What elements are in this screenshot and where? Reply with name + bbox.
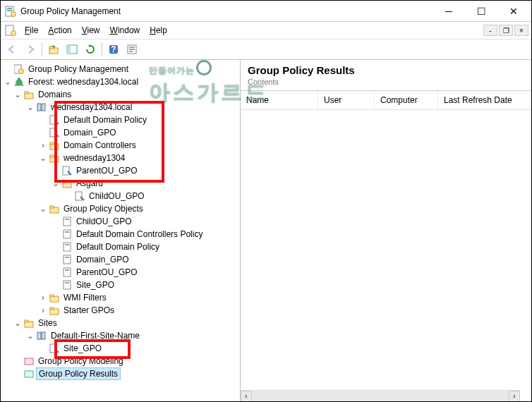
gpo-link-icon — [62, 166, 72, 176]
scroll-left-arrow[interactable]: ‹ — [241, 391, 252, 402]
modeling-icon — [24, 356, 34, 366]
gpo-icon — [62, 280, 72, 290]
gpo-icon — [62, 255, 72, 264]
tree-sites[interactable]: Sites — [2, 317, 238, 329]
svg-point-3 — [11, 11, 16, 16]
show-hide-tree-button[interactable] — [64, 41, 80, 58]
tree-gpo-site[interactable]: Site_GPO — [2, 279, 238, 291]
properties-button[interactable] — [123, 41, 140, 58]
col-user[interactable]: User — [318, 91, 375, 109]
folder-icon — [49, 293, 59, 303]
tree-gpo-domain[interactable]: Domain_GPO — [2, 253, 238, 266]
app-icon — [5, 6, 16, 17]
details-pane: Group Policy Results Contents Name User … — [241, 60, 531, 401]
svg-rect-53 — [42, 332, 45, 339]
tree-root[interactable]: Group Policy Management — [2, 63, 238, 75]
svg-rect-35 — [65, 219, 69, 220]
sites-icon — [24, 318, 34, 328]
gpo-icon — [62, 267, 72, 277]
svg-rect-38 — [64, 243, 71, 251]
tree-wmi-filters[interactable]: WMI Filters — [2, 291, 238, 304]
svg-rect-43 — [65, 269, 69, 271]
tree-domains[interactable]: Domains — [2, 88, 238, 101]
back-button[interactable] — [4, 41, 20, 58]
list-body[interactable]: ‹ › — [241, 110, 531, 401]
tree-default-site[interactable]: Default-First-Site-Name — [2, 329, 238, 342]
menu-action[interactable]: Action — [44, 24, 75, 37]
forward-button[interactable] — [22, 41, 39, 58]
svg-rect-28 — [63, 166, 69, 175]
menu-file[interactable]: File — [20, 24, 42, 37]
menu-view[interactable]: View — [78, 24, 104, 37]
svg-rect-15 — [129, 51, 133, 52]
svg-rect-21 — [42, 104, 45, 111]
minimize-button[interactable]: ─ — [433, 1, 465, 21]
svg-rect-30 — [63, 181, 66, 183]
gpo-link-icon — [75, 191, 85, 201]
mdi-close-button[interactable]: × — [514, 25, 528, 36]
tree-gpo-defdc[interactable]: Default Domain Controllers Policy — [2, 228, 238, 240]
maximize-button[interactable]: ☐ — [465, 1, 497, 21]
svg-point-17 — [19, 69, 24, 74]
tree-pane[interactable]: Group Policy Management Forest: wednesda… — [1, 60, 241, 401]
window-title: Group Policy Management — [20, 6, 433, 16]
tree-parentou-gpo-link[interactable]: ParentOU_GPO — [2, 164, 238, 177]
tree-gpo-container[interactable]: Group Policy Objects — [2, 202, 238, 215]
mdi-restore-button[interactable]: ❐ — [499, 25, 513, 36]
svg-rect-14 — [129, 49, 135, 50]
gpo-link-icon — [49, 115, 59, 125]
svg-rect-51 — [25, 320, 28, 322]
tree-gpo-defdom[interactable]: Default Domain Policy — [2, 240, 238, 253]
tree-results[interactable]: Group Policy Results — [2, 367, 238, 380]
scroll-track[interactable] — [252, 391, 509, 401]
forest-icon — [14, 77, 24, 87]
svg-rect-36 — [64, 230, 71, 238]
horizontal-scrollbar[interactable]: ‹ › — [241, 390, 520, 401]
svg-rect-34 — [64, 217, 71, 226]
menu-window[interactable]: Window — [106, 24, 145, 37]
ou-icon — [49, 153, 59, 163]
titlebar: Group Policy Management ─ ☐ ✕ — [1, 1, 531, 22]
tree-site-gpo-link[interactable]: Site_GPO — [2, 342, 238, 355]
menu-help[interactable]: Help — [145, 24, 171, 37]
ou-icon — [49, 140, 59, 150]
svg-rect-40 — [64, 255, 71, 264]
svg-rect-27 — [50, 155, 54, 157]
close-button[interactable]: ✕ — [497, 1, 530, 21]
svg-rect-44 — [64, 281, 71, 289]
help-button[interactable]: ? — [105, 41, 122, 58]
gpo-icon — [62, 242, 72, 252]
col-last-refresh[interactable]: Last Refresh Date — [438, 91, 531, 109]
mdi-minimize-button[interactable]: - — [483, 25, 497, 36]
tree-modeling[interactable]: Group Policy Modeling — [2, 355, 238, 367]
domain-icon — [37, 102, 47, 112]
tree-domain-controllers[interactable]: Domain Controllers — [2, 139, 238, 152]
tree-domain-gpo-link[interactable]: Domain_GPO — [2, 126, 238, 139]
svg-rect-20 — [37, 104, 41, 111]
tree-gpo-parentou[interactable]: ParentOU_GPO — [2, 266, 238, 279]
svg-rect-56 — [25, 371, 33, 377]
col-name[interactable]: Name — [241, 91, 318, 109]
tree-ou-wednesday[interactable]: wednesday1304 — [2, 152, 238, 164]
domains-icon — [24, 90, 34, 99]
tree-childou-gpo-link[interactable]: ChildOU_GPO — [2, 190, 238, 202]
svg-rect-41 — [65, 257, 69, 258]
svg-rect-31 — [75, 192, 82, 200]
svg-rect-55 — [25, 358, 33, 365]
svg-rect-13 — [129, 47, 135, 48]
col-computer[interactable]: Computer — [375, 91, 438, 109]
menubar: File Action View Window Help - ❐ × — [1, 22, 531, 39]
up-button[interactable] — [45, 41, 62, 58]
gpo-link-icon — [49, 343, 59, 353]
tree-default-domain-policy-link[interactable]: Default Domain Policy — [2, 114, 238, 126]
list-header: Name User Computer Last Refresh Date — [241, 91, 531, 110]
scroll-right-arrow[interactable]: › — [509, 391, 520, 402]
svg-point-5 — [11, 31, 16, 36]
svg-rect-52 — [37, 332, 41, 339]
tree-starter-gpos[interactable]: Starter GPOs — [2, 304, 238, 317]
tree-forest[interactable]: Forest: wednesday1304.local — [2, 75, 238, 88]
tree-ou-asgard[interactable]: Asgard — [2, 177, 238, 190]
tree-gpo-childou[interactable]: ChildOU_GPO — [2, 215, 238, 228]
refresh-button[interactable] — [82, 41, 99, 58]
tree-domain[interactable]: wednesday1304.local — [2, 101, 238, 114]
